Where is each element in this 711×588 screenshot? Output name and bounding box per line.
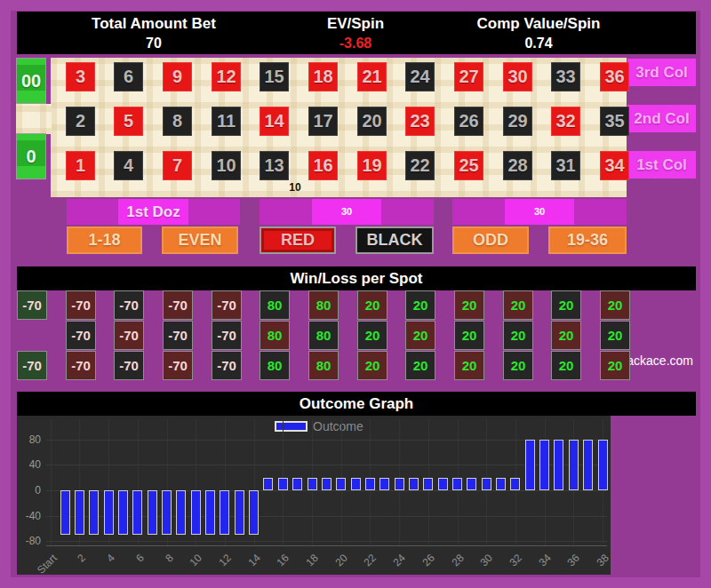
stats-header-bar: Total Amount Bet 70 EV/Spin -3.68 Comp V… [17,12,696,54]
bet-1-18-button[interactable]: 1-18 [67,226,142,254]
winloss-cell-29: 20 [503,321,533,350]
number-cell-23[interactable]: 23 [405,107,435,136]
stat-total-amount-bet: Total Amount Bet 70 [56,13,252,52]
winloss-cell-11: -70 [212,321,242,350]
number-cell-22[interactable]: 22 [405,151,435,180]
number-cell-17[interactable]: 17 [308,107,338,136]
number-cell-19[interactable]: 19 [357,151,387,180]
outcome-bar-spin-20 [336,478,346,490]
outcome-bar-spin-35 [554,440,563,490]
legend-outcome-swatch [275,421,308,432]
second-dozen-bet-chip[interactable]: 30 [312,199,381,225]
number-cell-35[interactable]: 35 [600,107,629,136]
number-cell-34[interactable]: 34 [600,151,629,180]
winloss-cell-0: -70 [17,351,47,380]
number-cell-33[interactable]: 33 [551,62,580,91]
number-cell-32[interactable]: 32 [551,107,580,136]
number-cell-25[interactable]: 25 [454,151,483,180]
number-cell-3[interactable]: 3 [66,62,95,91]
number-cell-11[interactable]: 11 [212,107,241,136]
stat-ev-per-spin: EV/Spin -3.68 [258,13,453,52]
winloss-cell-00: -70 [17,290,47,320]
outcome-bar-spin-3 [89,490,99,535]
number-cell-10[interactable]: 10 [212,151,241,180]
winloss-cell-26: 20 [454,321,484,350]
bet-1st-column-button[interactable]: 1st Col [627,151,696,179]
third-dozen-bet-chip[interactable]: 30 [505,199,574,225]
outcome-bar-spin-6 [132,490,142,535]
chart-gridline-h [46,465,607,465]
outcome-header-bar: Outcome Graph [17,392,696,416]
number-cell-16[interactable]: 16 [308,151,338,180]
number-cell-5[interactable]: 5 [114,107,143,136]
number-cell-2[interactable]: 2 [66,107,95,136]
number-cell-28[interactable]: 28 [503,151,532,180]
bet-even-button[interactable]: EVEN [162,226,238,254]
winloss-cell-23: 20 [405,321,435,350]
number-cell-30[interactable]: 30 [503,62,532,91]
winloss-cell-16: 80 [308,351,339,380]
number-cell-18[interactable]: 18 [308,62,338,91]
outcome-bar-spin-37 [583,440,593,490]
number-cell-36[interactable]: 36 [600,62,629,91]
outcome-bar-spin-26 [423,478,433,490]
outcome-bar-spin-5 [118,490,128,535]
winloss-cell-13: 80 [260,351,290,380]
number-cell-13[interactable]: 13 [260,151,289,180]
winloss-cell-7: -70 [163,351,193,380]
winloss-cell-1: -70 [66,351,96,380]
outcome-bar-spin-9 [176,490,186,535]
number-cell-29[interactable]: 29 [503,107,532,136]
number-cell-15[interactable]: 15 [260,62,289,91]
chart-gridline-h [46,440,607,441]
number-cell-1[interactable]: 1 [66,151,95,180]
first-dozen-label[interactable]: 1st Doz [118,199,188,225]
bet-red-button[interactable]: RED [260,226,336,254]
winloss-cell-32: 20 [551,321,581,350]
chart-gridline-v [51,419,52,545]
bet-black-button[interactable]: BLACK [356,226,434,254]
outcome-bar-spin-10 [191,490,201,535]
six-line-bet-chip[interactable]: 10 [276,180,315,195]
number-cell-26[interactable]: 26 [454,107,483,136]
bet-3rd-column-button[interactable]: 3rd Col [627,59,696,86]
stat-label: EV/Spin [258,13,453,34]
winloss-cell-22: 20 [405,351,435,380]
chart-gridline-h [46,490,607,491]
outcome-bar-spin-7 [148,490,157,535]
winloss-cell-33: 20 [551,290,581,320]
winloss-cell-24: 20 [405,290,435,320]
number-cell-4[interactable]: 4 [114,151,143,180]
stat-label: Total Amount Bet [56,13,252,34]
number-cell-31[interactable]: 31 [551,151,580,180]
number-cell-20[interactable]: 20 [357,107,387,136]
bet-19-36-button[interactable]: 19-36 [548,226,627,254]
number-cell-0[interactable]: 0 [16,133,46,179]
roulette-simulator: Total Amount Bet 70 EV/Spin -3.68 Comp V… [0,0,711,588]
number-cell-7[interactable]: 7 [163,151,192,180]
number-cell-8[interactable]: 8 [163,107,192,136]
number-cell-27[interactable]: 27 [454,62,483,91]
outcome-bar-spin-27 [438,478,448,490]
number-cell-21[interactable]: 21 [357,62,387,91]
winloss-cell-30: 20 [503,290,533,320]
number-cell-00[interactable]: 00 [16,58,46,104]
winloss-title: Win/Loss per Spot [17,266,696,290]
y-axis-tick-80: 80 [9,433,41,447]
winloss-cell-4: -70 [114,351,144,380]
number-cell-12[interactable]: 12 [212,62,241,91]
winloss-cell-8: -70 [163,321,193,350]
outcome-bar-spin-19 [322,478,332,490]
outcome-bar-spin-2 [75,490,84,535]
number-cell-14[interactable]: 14 [260,107,289,136]
number-cell-9[interactable]: 9 [163,62,192,91]
stat-value: 70 [56,34,252,52]
outcome-bar-spin-13 [235,490,244,535]
bet-2nd-column-button[interactable]: 2nd Col [627,105,696,132]
number-cell-24[interactable]: 24 [405,62,435,91]
bet-odd-button[interactable]: ODD [452,226,529,254]
winloss-cell-28: 20 [503,351,533,380]
winloss-cell-18: 80 [308,290,339,320]
winloss-cell-2: -70 [66,321,96,350]
number-cell-6[interactable]: 6 [114,62,143,91]
